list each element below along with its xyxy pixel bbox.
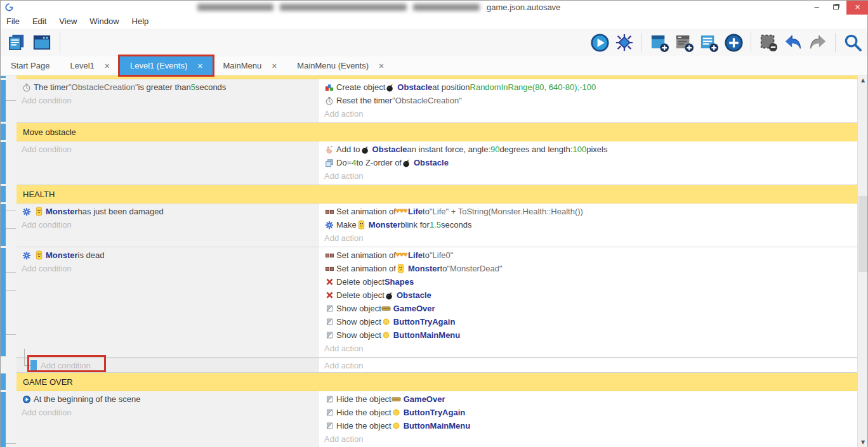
group-header-label: HEALTH xyxy=(23,185,55,203)
text-segment: ButtonTryAgain xyxy=(404,406,466,419)
tab-level1-events[interactable]: Level1 (Events)× xyxy=(120,56,213,75)
tab-level1[interactable]: Level1× xyxy=(60,56,120,75)
add-comment-button[interactable] xyxy=(698,32,720,53)
event-action[interactable]: Make Monster blink for 1.5 seconds xyxy=(324,218,858,231)
add-event-button[interactable] xyxy=(648,32,670,53)
group-header[interactable]: HEALTH xyxy=(16,185,858,204)
event-action[interactable]: Reset the timer "ObstacleCreation" xyxy=(324,94,858,107)
event-handle[interactable] xyxy=(1,124,6,140)
fold-tick xyxy=(6,443,16,444)
event-condition[interactable]: Monster is dead xyxy=(22,249,319,262)
event-action[interactable]: Create object Obstacle at position Rando… xyxy=(324,81,858,94)
redo-button[interactable] xyxy=(807,32,829,53)
event-action[interactable]: Show object ButtonMainMenu xyxy=(324,328,858,342)
event-handle[interactable] xyxy=(1,204,6,246)
event-action[interactable]: Delete object Obstacle xyxy=(324,288,858,302)
event-action[interactable]: Hide the object ButtonTryAgain xyxy=(324,406,858,419)
delete-event-button[interactable] xyxy=(758,32,779,53)
group-header[interactable]: Move obstacle xyxy=(16,123,858,141)
event-action[interactable]: Hide the object GameOver xyxy=(324,392,858,406)
text-segment: Reset the timer xyxy=(336,94,392,107)
tab-mainmenu[interactable]: MainMenu× xyxy=(213,56,287,75)
text-segment: Add action xyxy=(324,231,363,245)
text-segment: Add to xyxy=(336,143,360,156)
event-condition[interactable]: At the beginning of the scene xyxy=(22,392,319,406)
tab-close-icon[interactable]: × xyxy=(197,62,202,70)
event-handle[interactable] xyxy=(1,392,6,447)
add-action-button[interactable]: Add action xyxy=(324,107,858,120)
add-action-button[interactable]: Add action xyxy=(324,432,858,446)
menu-file[interactable]: File xyxy=(1,15,26,29)
add-condition-button[interactable]: Add condition xyxy=(22,218,319,231)
event-action[interactable]: Do = 4 to Z-order of Obstacle xyxy=(324,156,858,169)
button-icon xyxy=(391,408,402,418)
event-action[interactable]: Hide the object ButtonMainMenu xyxy=(324,419,858,432)
undo-button[interactable] xyxy=(782,32,804,53)
search-button[interactable] xyxy=(842,32,864,53)
event-action[interactable]: Set animation of Monster to "MonsterDead… xyxy=(324,262,858,275)
redo-icon xyxy=(808,33,827,52)
add-condition-button[interactable]: Add condition xyxy=(22,262,319,275)
text-segment: Add condition xyxy=(22,218,72,231)
add-action-button[interactable]: Add action xyxy=(324,169,858,183)
event-handle[interactable] xyxy=(1,76,6,78)
add-condition-button[interactable]: Add condition xyxy=(22,94,319,107)
scene-start-icon xyxy=(22,394,32,405)
tab-mainmenu-events[interactable]: MainMenu (Events)× xyxy=(287,56,394,75)
text-segment: 5 xyxy=(191,81,195,94)
event-handle[interactable] xyxy=(1,142,6,184)
add-action-button[interactable]: Add action xyxy=(324,342,858,355)
close-button[interactable]: × xyxy=(846,1,868,15)
restore-button[interactable] xyxy=(827,1,845,15)
text-segment: GameOver xyxy=(404,392,445,406)
add-circle-button[interactable] xyxy=(723,32,744,53)
restore-icon xyxy=(833,4,839,10)
text-segment: At the beginning of the scene xyxy=(34,392,140,406)
visibility-icon xyxy=(324,408,334,418)
project-manager-button[interactable] xyxy=(6,32,27,53)
group-header[interactable]: GAME OVER xyxy=(16,373,858,391)
event-condition[interactable]: The timer "ObstacleCreation" is greater … xyxy=(22,81,319,94)
event-handle[interactable] xyxy=(1,373,6,390)
event-handle[interactable] xyxy=(1,248,6,356)
add-condition-button[interactable]: Add condition xyxy=(22,143,319,156)
menu-view[interactable]: View xyxy=(53,15,83,29)
tab-start-page[interactable]: Start Page xyxy=(1,56,60,75)
menu-help[interactable]: Help xyxy=(126,15,155,29)
add-comment-icon xyxy=(699,33,719,53)
add-condition-button[interactable]: Add condition xyxy=(22,406,319,419)
scene-editor-button[interactable] xyxy=(31,32,53,53)
add-action-button[interactable]: Add action xyxy=(324,359,363,372)
scroll-down-icon[interactable]: ▼ xyxy=(858,437,868,447)
event-action[interactable]: Delete object Shapes xyxy=(324,275,858,288)
tab-close-icon[interactable]: × xyxy=(105,62,110,70)
app-window: game.json.autosave – × File Edit View Wi… xyxy=(0,0,868,447)
add-subevent-button[interactable] xyxy=(673,32,695,53)
play-button[interactable] xyxy=(589,32,610,53)
event-condition[interactable]: Monster has just been damaged xyxy=(22,205,319,218)
event-action[interactable]: Add to Obstacle an instant force, angle:… xyxy=(324,143,858,156)
event-action[interactable]: Set animation of ♥♥♥Life to "Life0" xyxy=(324,249,858,262)
vertical-scrollbar[interactable]: ▲ ▼ xyxy=(857,75,867,447)
toolbar-separator xyxy=(60,33,60,52)
event-handle[interactable] xyxy=(1,80,6,122)
minimize-button[interactable]: – xyxy=(808,1,825,15)
debugger-button[interactable] xyxy=(614,32,635,53)
text-segment: The timer xyxy=(34,81,69,94)
event-action[interactable]: Set animation of ♥♥♥Life to "Life" + ToS… xyxy=(324,205,858,218)
project-manager-icon xyxy=(7,33,26,52)
scroll-up-icon[interactable]: ▲ xyxy=(858,75,868,86)
event-action[interactable]: Show object ButtonTryAgain xyxy=(324,315,858,328)
button-icon xyxy=(381,330,391,340)
event-handle[interactable] xyxy=(1,186,6,202)
scrollbar-thumb[interactable] xyxy=(858,196,867,272)
tab-close-icon[interactable]: × xyxy=(272,62,277,70)
event-action[interactable]: Show object GameOver xyxy=(324,302,858,315)
text-segment: Hide the object xyxy=(336,419,391,432)
menu-edit[interactable]: Edit xyxy=(26,15,53,29)
add-action-button[interactable]: Add action xyxy=(324,231,858,245)
tab-close-icon[interactable]: × xyxy=(379,62,384,70)
menu-window[interactable]: Window xyxy=(83,15,125,29)
text-segment: seconds xyxy=(195,81,226,94)
text-segment: Add action xyxy=(324,169,363,183)
